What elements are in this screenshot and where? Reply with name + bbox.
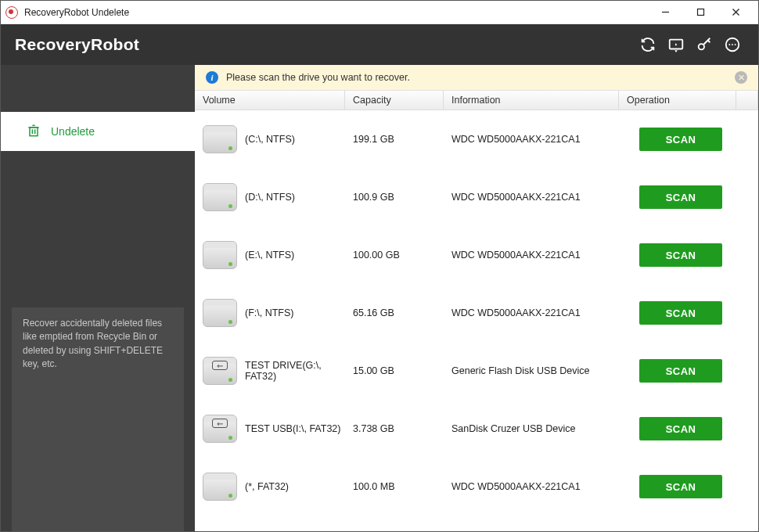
drive-capacity: 3.738 GB xyxy=(353,423,451,434)
app-window: RecoveryRobot Undelete RecoveryRobot xyxy=(0,0,759,532)
col-tail xyxy=(736,91,758,110)
app-icon xyxy=(5,6,18,19)
drive-operation: SCAN xyxy=(627,475,758,498)
sidebar-description: Recover accidentally deleted files like … xyxy=(12,307,184,531)
drive-info: WDC WD5000AAKX-221CA1 xyxy=(451,250,627,261)
svg-point-11 xyxy=(728,44,730,45)
more-icon xyxy=(724,36,741,53)
drive-capacity: 100.0 MB xyxy=(353,481,451,492)
svg-marker-6 xyxy=(675,43,677,46)
notice-text: Please scan the drive you want to recove… xyxy=(226,72,410,83)
drive-info: WDC WD5000AAKX-221CA1 xyxy=(451,307,627,318)
scan-button[interactable]: SCAN xyxy=(639,475,722,498)
usb-symbol: ⇜ xyxy=(217,361,223,370)
svg-point-12 xyxy=(732,44,733,45)
svg-rect-14 xyxy=(30,127,38,135)
column-headers: Volume Capacity Information Operation xyxy=(195,90,758,110)
drive-volume: (*, FAT32) xyxy=(245,481,353,492)
drive-row[interactable]: (E:\, NTFS)100.00 GBWDC WD5000AAKX-221CA… xyxy=(195,226,758,284)
drive-operation: SCAN xyxy=(627,301,758,325)
scan-button[interactable]: SCAN xyxy=(639,301,722,325)
hdd-drive-icon xyxy=(203,241,237,269)
drive-operation: SCAN xyxy=(627,243,758,267)
sidebar-spacer xyxy=(1,151,195,307)
col-volume[interactable]: Volume xyxy=(195,91,345,110)
drive-volume: TEST DRIVE(G:\, FAT32) xyxy=(245,360,353,382)
key-button[interactable] xyxy=(696,36,713,53)
hdd-drive-icon xyxy=(203,183,237,211)
drive-row[interactable]: ⇜TEST DRIVE(G:\, FAT32)15.00 GBGeneric F… xyxy=(195,342,758,400)
trash-icon xyxy=(26,123,41,141)
drive-operation: SCAN xyxy=(627,185,758,209)
drive-info: WDC WD5000AAKX-221CA1 xyxy=(451,481,627,492)
drive-info: WDC WD5000AAKX-221CA1 xyxy=(451,192,627,203)
col-information[interactable]: Information xyxy=(444,91,619,110)
hdd-drive-icon xyxy=(203,473,237,501)
sidebar-item-undelete[interactable]: Undelete xyxy=(1,112,195,151)
usb-drive-icon: ⇜ xyxy=(203,415,237,443)
drive-volume: (C:\, NTFS) xyxy=(245,134,353,145)
brand-title: RecoveryRobot xyxy=(15,35,139,54)
drive-info: Generic Flash Disk USB Device xyxy=(451,365,627,376)
drive-row[interactable]: (D:\, NTFS)100.9 GBWDC WD5000AAKX-221CA1… xyxy=(195,168,758,226)
key-icon xyxy=(696,36,713,53)
drive-capacity: 65.16 GB xyxy=(353,307,451,318)
app-header: RecoveryRobot xyxy=(1,24,758,65)
usb-symbol: ⇜ xyxy=(217,419,223,428)
hdd-drive-icon xyxy=(203,125,237,153)
scan-button[interactable]: SCAN xyxy=(639,359,722,383)
drive-row[interactable]: ⇜TEST USB(I:\, FAT32)3.738 GBSanDisk Cru… xyxy=(195,400,758,458)
close-icon xyxy=(732,8,740,16)
drive-volume: (F:\, NTFS) xyxy=(245,307,353,318)
app-body: Undelete Recover accidentally deleted fi… xyxy=(1,65,758,531)
feedback-icon xyxy=(667,36,685,53)
main-panel: i Please scan the drive you want to reco… xyxy=(195,65,758,531)
sidebar-spacer-top xyxy=(1,65,195,112)
minimize-icon xyxy=(661,8,670,16)
drive-operation: SCAN xyxy=(627,417,758,440)
drive-operation: SCAN xyxy=(627,128,758,151)
drive-volume: (E:\, NTFS) xyxy=(245,250,353,261)
maximize-icon xyxy=(696,8,705,16)
window-title: RecoveryRobot Undelete xyxy=(24,7,129,18)
more-button[interactable] xyxy=(724,36,741,53)
scan-button[interactable]: SCAN xyxy=(639,417,722,440)
drive-volume: TEST USB(I:\, FAT32) xyxy=(245,423,353,434)
maximize-button[interactable] xyxy=(683,2,718,23)
refresh-button[interactable] xyxy=(639,36,656,53)
svg-point-13 xyxy=(735,44,736,45)
svg-marker-5 xyxy=(674,50,678,52)
drive-row[interactable]: (*, FAT32)100.0 MBWDC WD5000AAKX-221CA1S… xyxy=(195,458,758,516)
drive-row[interactable]: (F:\, NTFS)65.16 GBWDC WD5000AAKX-221CA1… xyxy=(195,284,758,342)
drive-capacity: 100.00 GB xyxy=(353,250,451,261)
drive-capacity: 199.1 GB xyxy=(353,134,451,145)
drive-info: WDC WD5000AAKX-221CA1 xyxy=(451,134,627,145)
notice-bar: i Please scan the drive you want to reco… xyxy=(195,65,758,90)
header-toolbar xyxy=(639,36,741,53)
close-button[interactable] xyxy=(718,2,754,23)
scan-button[interactable]: SCAN xyxy=(639,185,722,209)
drive-row[interactable]: (C:\, NTFS)199.1 GBWDC WD5000AAKX-221CA1… xyxy=(195,110,758,168)
drive-list[interactable]: (C:\, NTFS)199.1 GBWDC WD5000AAKX-221CA1… xyxy=(195,110,758,531)
drive-info: SanDisk Cruzer USB Device xyxy=(451,423,627,434)
refresh-icon xyxy=(639,36,656,53)
scan-button[interactable]: SCAN xyxy=(639,243,722,267)
sidebar-item-label: Undelete xyxy=(51,125,95,138)
feedback-button[interactable] xyxy=(667,36,685,53)
drive-operation: SCAN xyxy=(627,359,758,383)
svg-point-7 xyxy=(699,44,704,49)
drive-capacity: 100.9 GB xyxy=(353,192,451,203)
sidebar: Undelete Recover accidentally deleted fi… xyxy=(1,65,195,531)
svg-line-9 xyxy=(708,41,710,43)
minimize-button[interactable] xyxy=(648,2,683,23)
drive-capacity: 15.00 GB xyxy=(353,365,451,376)
notice-close-button[interactable]: ✕ xyxy=(735,71,747,84)
col-operation[interactable]: Operation xyxy=(619,91,736,110)
usb-drive-icon: ⇜ xyxy=(203,357,237,385)
info-icon: i xyxy=(206,71,218,84)
col-capacity[interactable]: Capacity xyxy=(345,91,444,110)
drive-volume: (D:\, NTFS) xyxy=(245,192,353,203)
hdd-drive-icon xyxy=(203,299,237,327)
scan-button[interactable]: SCAN xyxy=(639,128,722,151)
window-controls xyxy=(648,2,754,23)
